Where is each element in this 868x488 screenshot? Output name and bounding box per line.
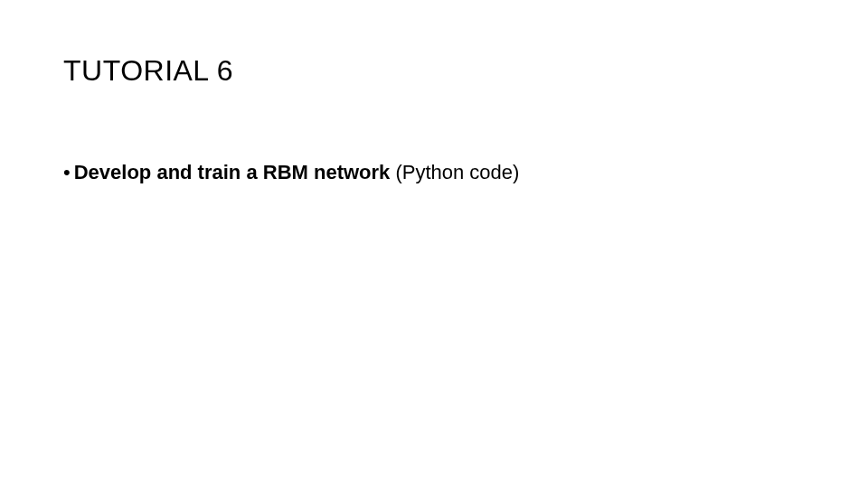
bullet-item: •Develop and train a RBM network (Python…	[63, 160, 805, 186]
bullet-mark: •	[63, 160, 71, 186]
slide: TUTORIAL 6 •Develop and train a RBM netw…	[0, 0, 868, 488]
bullet-bold-text: Develop and train a RBM network	[74, 161, 391, 183]
bullet-rest-text: (Python code)	[390, 161, 519, 183]
slide-body: •Develop and train a RBM network (Python…	[63, 160, 805, 186]
slide-title: TUTORIAL 6	[63, 54, 805, 88]
